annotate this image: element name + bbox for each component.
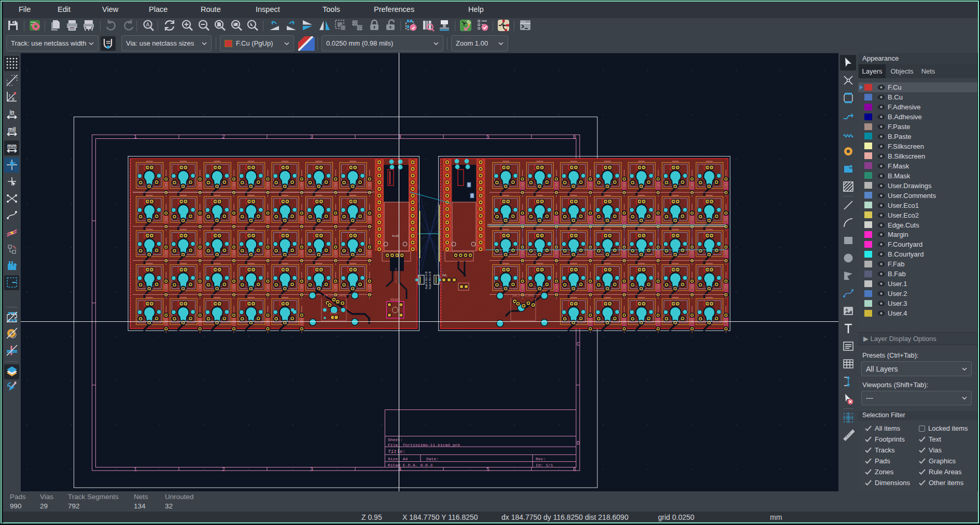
svg-text:in: in (10, 109, 15, 115)
svg-text:2: 2 (222, 467, 225, 473)
svg-text:mm: mm (7, 143, 17, 149)
svg-text:find2: find2 (392, 234, 399, 237)
svg-text:SW_PUSH_Wing: SW_PUSH_Wing (324, 294, 346, 297)
svg-text:Date:: Date: (426, 457, 439, 461)
svg-text:θ: θ (12, 96, 15, 102)
svg-text:5: 5 (486, 134, 489, 140)
svg-text:2: 2 (222, 134, 225, 140)
svg-text:Size: A4: Size: A4 (388, 457, 408, 461)
svg-text:Sheet:: Sheet: (388, 437, 403, 442)
svg-text:SW_PUSH_Wing: SW_PUSH_Wing (512, 294, 535, 297)
svg-text:JML: JML (442, 274, 447, 277)
svg-text:D: D (577, 441, 580, 446)
svg-text:3: 3 (310, 134, 313, 140)
svg-text:6: 6 (573, 467, 576, 473)
svg-text:Rev:: Rev: (536, 457, 545, 461)
svg-text:6: 6 (573, 134, 576, 140)
svg-text:Aud # Bm.0-B: Aud # Bm.0-B (428, 271, 431, 289)
svg-text:Id: 1/1: Id: 1/1 (536, 463, 553, 467)
svg-text:1: 1 (134, 134, 137, 140)
svg-text:C: C (577, 342, 580, 347)
svg-text:mil: mil (8, 126, 16, 132)
svg-text:PICO_RP2040: PICO_RP2040 (395, 267, 398, 283)
svg-text:Title:: Title: (388, 449, 405, 455)
svg-text:5VSb: 5VSb (330, 311, 337, 315)
svg-text:r: r (9, 93, 10, 98)
svg-text:Aud # Bm.0-B: Aud # Bm.0-B (425, 271, 428, 289)
svg-text:3: 3 (310, 467, 313, 473)
svg-text:KiCad E.D.A. 9.0.3: KiCad E.D.A. 9.0.3 (388, 463, 433, 467)
svg-text:5: 5 (486, 467, 489, 473)
svg-text:1: 1 (134, 467, 137, 473)
svg-text:A: A (146, 22, 150, 27)
